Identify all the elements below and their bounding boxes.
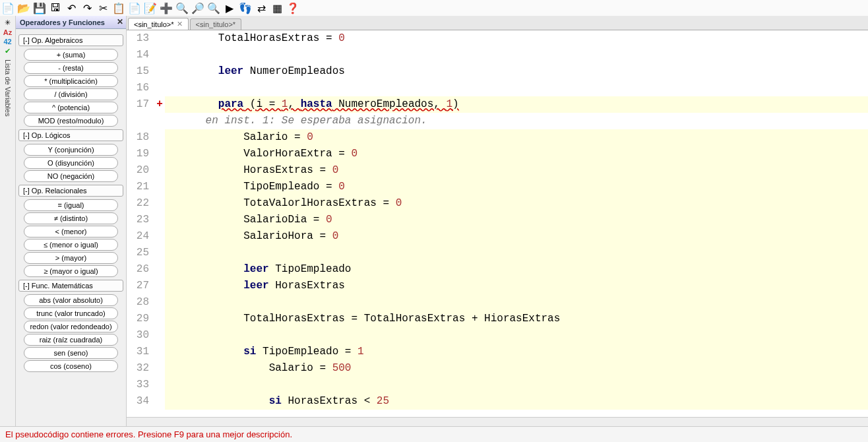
open-file-button[interactable]: 📂 (17, 1, 30, 15)
line-number: 24 (127, 228, 154, 245)
run-button[interactable]: ▶ (223, 1, 236, 15)
fold-marker[interactable] (154, 195, 165, 212)
operator-button[interactable]: trunc (valor truncado) (24, 307, 118, 319)
left-dock-title[interactable]: Lista de Variables (4, 59, 12, 117)
fold-marker[interactable] (154, 162, 165, 179)
operator-button[interactable]: ≠ (distinto) (24, 212, 118, 224)
close-icon[interactable]: ✕ (177, 20, 183, 28)
fold-marker[interactable] (154, 146, 165, 162)
code-line[interactable] (165, 47, 868, 63)
line-number: 19 (127, 146, 154, 162)
operator-button[interactable]: cos (coseno) (24, 360, 118, 372)
save-all-button[interactable]: 🖫 (49, 1, 62, 15)
fold-marker[interactable] (154, 360, 165, 377)
operator-button[interactable]: = (igual) (24, 199, 118, 211)
group-header[interactable]: [-] Op. Lógicos (18, 129, 123, 141)
code-line[interactable] (165, 80, 868, 96)
redo-button[interactable]: ↷ (80, 1, 94, 15)
code-line[interactable]: SalarioHora = 0 (165, 228, 868, 245)
code-line[interactable] (165, 377, 868, 393)
fold-marker[interactable] (154, 129, 165, 146)
line-number: 28 (127, 294, 154, 311)
code-line[interactable]: leer NumeroEmpleados (165, 63, 868, 80)
fold-marker[interactable] (154, 377, 165, 393)
fold-marker[interactable] (154, 261, 165, 278)
operator-button[interactable]: ≤ (menor o igual) (24, 239, 118, 251)
code-line[interactable] (165, 327, 868, 344)
fold-marker[interactable] (154, 228, 165, 245)
operator-button[interactable]: > (mayor) (24, 252, 118, 264)
code-line[interactable]: Salario = 500 (165, 360, 868, 377)
code-line[interactable] (165, 294, 868, 311)
find-next-button[interactable]: 🔎 (191, 1, 204, 15)
cut-button[interactable]: ✂ (96, 1, 109, 15)
operator-button[interactable]: * (multiplicación) (24, 75, 118, 87)
code-line[interactable]: TotalHorasExtras = 0 (165, 30, 868, 47)
operator-button[interactable]: ≥ (mayor o igual) (24, 265, 118, 277)
operator-button[interactable]: Y (conjunción) (24, 144, 118, 156)
find-button[interactable]: 🔍 (175, 1, 189, 15)
code-line[interactable] (165, 245, 868, 261)
operator-button[interactable]: ^ (potencia) (24, 102, 118, 113)
fold-marker[interactable] (154, 294, 165, 311)
fold-marker[interactable] (154, 278, 165, 294)
operator-button[interactable]: raiz (raíz cuadrada) (24, 334, 118, 346)
operator-button[interactable]: NO (negación) (24, 170, 118, 182)
code-line[interactable]: si HorasExtras < 25 (165, 393, 868, 410)
horizontal-scrollbar[interactable] (127, 417, 868, 426)
paste-button[interactable]: 📄 (128, 1, 141, 15)
operator-button[interactable]: / (división) (24, 88, 118, 100)
code-line[interactable]: TotaValorlHorasExtras = 0 (165, 195, 868, 212)
flowchart-button[interactable]: ⇄ (255, 1, 268, 15)
fold-marker[interactable] (154, 179, 165, 195)
operator-button[interactable]: MOD (resto/modulo) (24, 115, 118, 127)
operator-button[interactable]: abs (valor absoluto) (24, 294, 118, 306)
close-icon[interactable]: ✕ (117, 17, 123, 26)
fold-marker[interactable] (154, 393, 165, 410)
line-number: 33 (127, 377, 154, 393)
help-button[interactable]: ❓ (286, 1, 299, 15)
code-line[interactable]: si TipoEmpleado = 1 (165, 344, 868, 360)
fold-marker[interactable] (154, 311, 165, 327)
operator-button[interactable]: sen (seno) (24, 347, 118, 359)
editor-tab[interactable]: <sin_titulo>*✕ (128, 18, 189, 30)
group-header[interactable]: [-] Op. Algebraicos (18, 34, 123, 46)
fold-marker[interactable]: + (154, 96, 165, 113)
code-line[interactable]: leer TipoEmpleado (165, 261, 868, 278)
editor-tab[interactable]: <sin_titulo>* (190, 18, 242, 30)
copy-button[interactable]: 📋 (112, 1, 125, 15)
undo-button[interactable]: ↶ (65, 1, 78, 15)
code-line[interactable]: HorasExtras = 0 (165, 162, 868, 179)
insert-button[interactable]: ➕ (160, 1, 173, 15)
code-line[interactable]: TipoEmpleado = 0 (165, 179, 868, 195)
fold-marker[interactable] (154, 47, 165, 63)
code-line[interactable]: TotalHorasExtras = TotalHorasExtras + Hi… (165, 311, 868, 327)
code-line[interactable]: SalarioDia = 0 (165, 212, 868, 228)
step-button[interactable]: 👣 (239, 1, 252, 15)
code-line[interactable]: leer HorasExtras (165, 278, 868, 294)
group-header[interactable]: [-] Func. Matemáticas (18, 280, 123, 292)
fold-marker[interactable] (154, 245, 165, 261)
operator-button[interactable]: redon (valor redondeado) (24, 321, 118, 332)
code-line[interactable]: Salario = 0 (165, 129, 868, 146)
find-prev-button[interactable]: 🔍 (207, 1, 220, 15)
new-file-button[interactable]: 📄 (1, 1, 15, 15)
fold-marker[interactable] (154, 344, 165, 360)
paste-special-button[interactable]: 📝 (144, 1, 157, 15)
group-header[interactable]: [-] Op. Relacionales (18, 185, 123, 197)
operator-button[interactable]: < (menor) (24, 226, 118, 237)
code-editor[interactable]: 13 TotalHorasExtras = 014 15 leer Numero… (127, 30, 868, 417)
operator-button[interactable]: + (suma) (24, 49, 118, 61)
line-number: 13 (127, 30, 154, 47)
save-file-button[interactable]: 💾 (33, 1, 46, 15)
fold-marker[interactable] (154, 212, 165, 228)
operator-button[interactable]: O (disyunción) (24, 157, 118, 169)
code-line[interactable]: ValorHoraExtra = 0 (165, 146, 868, 162)
operator-button[interactable]: - (resta) (24, 62, 118, 74)
fold-marker[interactable] (154, 80, 165, 96)
fold-marker[interactable] (154, 327, 165, 344)
table-button[interactable]: ▦ (270, 1, 284, 15)
fold-marker[interactable] (154, 30, 165, 47)
code-line[interactable]: para (i = 1, hasta NumeroEmpleados, 1) (165, 96, 868, 113)
fold-marker[interactable] (154, 63, 165, 80)
